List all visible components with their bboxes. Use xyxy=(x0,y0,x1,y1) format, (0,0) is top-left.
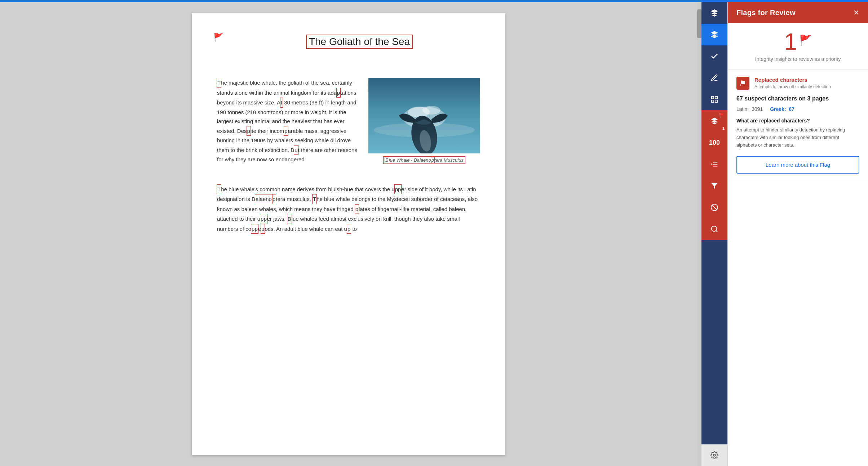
toolbar-btn-edit[interactable] xyxy=(701,67,727,89)
highlight-T3: T xyxy=(312,194,317,204)
document-area: 🚩 The Goliath of the Sea The majestic bl… xyxy=(0,2,697,466)
scroll-thumb[interactable] xyxy=(697,9,701,38)
highlight-pp3: pp xyxy=(251,224,258,234)
highlight-T1: T xyxy=(217,78,221,88)
svg-line-18 xyxy=(712,205,717,210)
highlight-p7: p xyxy=(347,224,351,234)
toolbar-btn-layers[interactable] xyxy=(701,2,727,24)
flag-subtitle: Attempts to throw off similarity detecti… xyxy=(754,84,831,89)
paragraph-1: The majestic blue whale, the goliath of … xyxy=(217,78,358,164)
document-paragraph-2: The blue whale's common name derives fro… xyxy=(217,184,480,234)
highlight-t1: t xyxy=(280,98,283,108)
hundred-label: 100 xyxy=(709,139,720,147)
toolbar-btn-layers2[interactable] xyxy=(701,24,727,45)
flag-detail-section: Replaced characters Attempts to throw of… xyxy=(728,70,868,181)
learn-more-button[interactable]: Learn more about this Flag xyxy=(736,156,859,174)
svg-rect-11 xyxy=(715,100,717,102)
highlight-pp2: pp xyxy=(260,214,267,224)
what-section-desc: An attempt to hinder similarity detectio… xyxy=(736,126,859,149)
panel-header: Flags for Review ✕ xyxy=(728,2,868,23)
highlight-p2: p xyxy=(247,126,251,136)
latin-label: Latin: xyxy=(736,106,749,112)
image-caption-wrapper: Blue Whale - Balaenoptera Musculus xyxy=(368,153,480,164)
greek-value: 67 xyxy=(789,106,794,112)
whale-image xyxy=(368,78,480,153)
suspect-chars-title: 67 suspect characters on 3 pages xyxy=(736,95,859,102)
panel-title: Flags for Review xyxy=(736,9,796,17)
highlight-B2: B xyxy=(287,214,292,224)
svg-point-19 xyxy=(712,226,717,232)
highlight-p-caption: p xyxy=(431,157,435,163)
priority-description: Integrity insights to review as a priori… xyxy=(755,56,841,62)
flag-overlay-icon: 🚩 xyxy=(719,113,725,118)
flag-red-icon xyxy=(736,77,749,90)
highlight-u1: u xyxy=(294,145,298,155)
highlight-p6: p xyxy=(261,224,265,234)
svg-rect-8 xyxy=(712,97,714,99)
highlight-p5: p xyxy=(355,204,359,214)
flag-header: Replaced characters Attempts to throw of… xyxy=(736,77,859,90)
highlight-T2: T xyxy=(217,184,221,194)
svg-rect-9 xyxy=(715,97,717,99)
document-content-block: The majestic blue whale, the goliath of … xyxy=(217,78,480,170)
svg-marker-16 xyxy=(711,183,718,189)
priority-number: 1 xyxy=(784,30,797,53)
flag-count-badge: 1 xyxy=(722,126,725,130)
toolbar: 1 🚩 100 xyxy=(701,2,727,466)
panel-body: 1 🚩 Integrity insights to review as a pr… xyxy=(728,23,868,466)
caption-latin-name: Balaeno xyxy=(414,157,431,163)
priority-number-block: 1 🚩 xyxy=(784,30,812,53)
highlight-p1: p xyxy=(336,88,341,98)
toolbar-btn-grid[interactable] xyxy=(701,89,727,110)
document-text-left: The majestic blue whale, the goliath of … xyxy=(217,78,358,170)
scrollbar[interactable] xyxy=(697,2,701,466)
highlight-p3: p xyxy=(284,126,288,136)
image-caption: Blue Whale - Balaenoptera Musculus xyxy=(383,156,465,164)
flag-title: Replaced characters xyxy=(754,77,831,83)
highlight-p4: p xyxy=(272,194,276,204)
toolbar-btn-hundred[interactable]: 100 xyxy=(701,132,727,153)
highlight-alaenop: alaeno xyxy=(255,194,273,204)
document-page: 🚩 The Goliath of the Sea The majestic bl… xyxy=(192,13,505,455)
right-panel: Flags for Review ✕ 1 🚩 Integrity insight… xyxy=(727,2,868,466)
greek-stat: Greek: 67 xyxy=(770,106,794,112)
char-stats: Latin: 3091 Greek: 67 xyxy=(736,106,859,112)
svg-point-5 xyxy=(422,106,440,115)
top-progress-bar xyxy=(0,0,868,2)
toolbar-btn-settings[interactable] xyxy=(701,444,727,466)
highlight-pp1: pp xyxy=(394,184,402,194)
latin-stat: Latin: 3091 xyxy=(736,106,763,112)
toolbar-btn-filter-sort[interactable] xyxy=(701,153,727,175)
svg-line-20 xyxy=(716,230,717,232)
toolbar-btn-check[interactable] xyxy=(701,45,727,67)
paragraph-2: The blue whale's common name derives fro… xyxy=(217,184,480,234)
priority-flag-icon: 🚩 xyxy=(799,34,812,46)
document-title: The Goliath of the Sea xyxy=(306,35,413,49)
flag-title-block: Replaced characters Attempts to throw of… xyxy=(754,77,831,89)
toolbar-red-section: 1 🚩 100 xyxy=(701,110,727,240)
document-image-block: Blue Whale - Balaenoptera Musculus xyxy=(368,78,480,170)
priority-section: 1 🚩 Integrity insights to review as a pr… xyxy=(728,23,868,70)
document-flag-icon: 🚩 xyxy=(213,33,223,42)
toolbar-btn-flag-stack[interactable]: 1 🚩 xyxy=(701,110,727,132)
toolbar-btn-search-doc[interactable] xyxy=(701,218,727,240)
svg-rect-10 xyxy=(712,100,714,102)
what-section-title: What are replaced characters? xyxy=(736,118,859,124)
toolbar-btn-block[interactable] xyxy=(701,197,727,218)
close-button[interactable]: ✕ xyxy=(853,8,859,17)
greek-label: Greek: xyxy=(770,106,786,112)
toolbar-btn-filter[interactable] xyxy=(701,175,727,197)
latin-value: 3091 xyxy=(752,106,763,112)
highlight-B-caption: B xyxy=(385,157,389,163)
svg-point-21 xyxy=(713,454,716,456)
